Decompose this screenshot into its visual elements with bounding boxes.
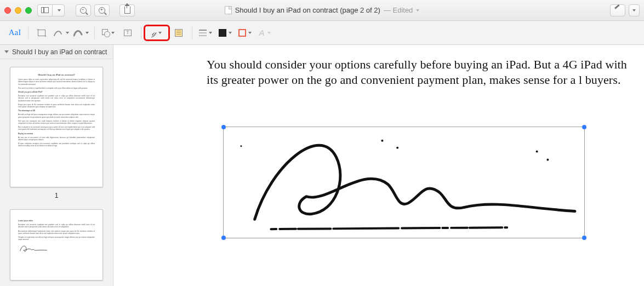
note-button[interactable] (169, 26, 189, 40)
signature-button[interactable]: ℊ (145, 26, 169, 40)
chevron-down-icon (248, 32, 252, 34)
document-body-text: You should consider your options careful… (207, 57, 637, 88)
signature-drawing (224, 127, 584, 238)
chevron-down-icon (209, 32, 212, 34)
text-box-icon: T (124, 30, 132, 36)
fullscreen-window-button[interactable] (25, 7, 32, 14)
signature-icon: ℊ (152, 28, 156, 38)
page-thumbnail[interactable]: Lorem ipsum dolor Excepteur sint occaeca… (10, 209, 103, 281)
border-style-button[interactable] (196, 26, 215, 40)
rect-select-button[interactable] (32, 26, 52, 40)
shapes-icon (102, 29, 109, 36)
close-window-button[interactable] (4, 7, 11, 14)
content-area: Should I buy an iPad on contract Should … (0, 45, 644, 286)
zoom-out-icon: − (80, 7, 87, 14)
toolbar-separator (192, 27, 192, 39)
text-box-button[interactable]: T (118, 26, 138, 40)
sidebar-header[interactable]: Should I buy an iPad on contract (0, 45, 113, 59)
chevron-down-icon (158, 32, 162, 34)
svg-point-3 (546, 158, 549, 161)
window-edited-status: — Edited (384, 6, 413, 14)
chevron-down-icon (111, 32, 115, 34)
zoom-out-button[interactable]: − (76, 4, 91, 16)
page-number-label: 1 (55, 192, 59, 199)
chevron-down-icon (229, 32, 232, 34)
resize-handle-tl[interactable] (221, 125, 226, 129)
minimize-window-button[interactable] (15, 7, 21, 14)
toolbar-more-button[interactable] (629, 4, 640, 16)
rect-select-icon (38, 30, 45, 36)
fill-color-button[interactable] (215, 26, 235, 40)
chevron-down-icon (86, 32, 89, 34)
border-style-icon (199, 30, 207, 36)
draw-button[interactable] (71, 26, 91, 40)
signature-annotation-box[interactable] (223, 127, 585, 238)
disclosure-triangle-icon (4, 50, 9, 53)
signature-thumbnail-preview (18, 242, 48, 254)
thumbnail-list: Should I buy an iPad on contract? Lorem … (0, 59, 113, 286)
font-style-button[interactable]: A (255, 26, 275, 40)
toolbar-separator (28, 27, 29, 39)
chevron-down-icon (66, 32, 69, 34)
sketch-icon (54, 28, 64, 37)
toolbar-separator (94, 27, 95, 39)
stroke-color-button[interactable] (235, 26, 255, 40)
window-controls (4, 7, 32, 14)
svg-point-4 (240, 145, 242, 147)
sketch-button[interactable] (52, 26, 71, 40)
resize-handle-br[interactable] (582, 236, 586, 240)
zoom-in-icon: + (99, 7, 105, 14)
window-titlebar: − + Should I buy an iPad on contract (pa… (0, 0, 644, 21)
toolbar-separator (141, 27, 141, 39)
markup-toggle-button[interactable] (610, 4, 625, 16)
chevron-down-icon (58, 9, 61, 12)
chevron-down-icon (632, 9, 636, 12)
svg-point-0 (381, 140, 383, 142)
thumbnail-sidebar: Should I buy an iPad on contract Should … (0, 45, 113, 286)
font-style-label: A (259, 28, 265, 37)
note-icon (175, 29, 183, 37)
pencil-icon (614, 7, 622, 14)
draw-icon (73, 28, 83, 37)
chevron-down-icon (267, 32, 271, 34)
window-title-text: Should I buy an iPad on contract (page 2… (235, 6, 380, 14)
sidebar-toggle-button[interactable] (37, 4, 65, 16)
sidebar-title: Should I buy an iPad on contract (12, 48, 107, 56)
stroke-color-swatch (238, 29, 246, 37)
page-thumbnail[interactable]: Should I buy an iPad on contract? Lorem … (10, 67, 103, 187)
share-button[interactable] (119, 4, 135, 16)
sidebar-icon (41, 7, 49, 13)
zoom-in-button[interactable]: + (94, 4, 110, 16)
svg-point-2 (536, 151, 538, 153)
resize-handle-bl[interactable] (221, 236, 226, 240)
text-style-button[interactable]: AaI (5, 26, 25, 40)
resize-handle-tr[interactable] (582, 125, 586, 129)
share-icon (124, 7, 130, 14)
document-icon (225, 6, 232, 14)
document-canvas[interactable]: You should consider your options careful… (113, 45, 644, 286)
title-dropdown-icon (416, 9, 419, 12)
fill-color-swatch (219, 29, 226, 37)
text-style-label: AaI (9, 28, 21, 37)
svg-point-1 (396, 147, 398, 149)
shapes-button[interactable] (98, 26, 118, 40)
markup-toolbar: AaI T ℊ (0, 21, 644, 45)
